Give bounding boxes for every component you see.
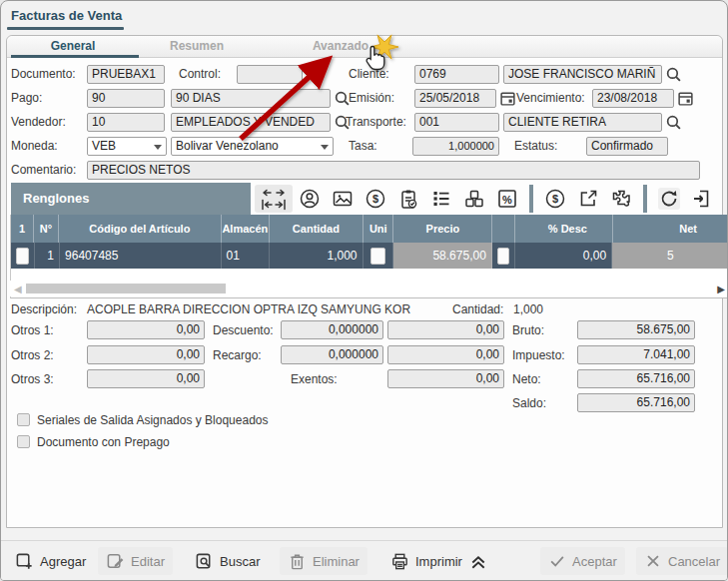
seriales-checkbox[interactable] — [17, 413, 30, 426]
buscar-button[interactable]: Buscar — [187, 547, 268, 575]
agregar-button[interactable]: Agregar — [7, 547, 94, 575]
grid-header-precio[interactable]: Precio — [393, 215, 492, 243]
vendedor-search-icon[interactable] — [334, 114, 351, 131]
row-cell-precio: 58.675,00 — [393, 243, 491, 269]
row-cell-net: 5 — [612, 243, 728, 269]
grid-header-blank[interactable] — [492, 215, 514, 243]
tab-resumen[interactable]: Resumen — [139, 39, 255, 53]
import-icon[interactable] — [691, 188, 713, 210]
grid-header-select[interactable]: 1 — [11, 215, 34, 243]
pago-label: Pago: — [11, 91, 42, 105]
title-underline — [7, 27, 124, 30]
scroll-right-icon[interactable]: ▶ — [713, 284, 728, 294]
recargo-label: Recargo: — [213, 348, 262, 362]
export-icon[interactable] — [724, 188, 728, 210]
comentario-field[interactable]: PRECIOS NETOS — [87, 161, 700, 180]
cliente-name-field[interactable]: JOSE FRANCISCO MARIÑ — [503, 65, 662, 84]
trash-icon — [288, 552, 307, 571]
control-label: Control: — [179, 67, 221, 81]
aceptar-button[interactable]: Aceptar — [540, 547, 625, 575]
pago-search-icon[interactable] — [334, 90, 351, 107]
vencimiento-field[interactable]: 23/08/2018 — [592, 89, 674, 108]
grid-header-codigo[interactable]: Código del Artículo — [59, 215, 222, 243]
cliente-search-icon[interactable] — [665, 66, 682, 83]
impuesto-field[interactable]: 7.041,00 — [577, 345, 695, 364]
refresh-icon[interactable] — [658, 188, 680, 210]
documento-field[interactable]: PRUEBAX1 — [87, 65, 165, 84]
otros3-label: Otros 3: — [11, 372, 54, 386]
exentos-label: Exentos: — [291, 372, 338, 386]
svg-text:%: % — [502, 194, 512, 206]
bruto-label: Bruto: — [512, 323, 544, 337]
grid-header-desc[interactable]: % Desc — [515, 215, 614, 243]
scrollbar-thumb[interactable] — [26, 284, 226, 293]
svg-text:$: $ — [372, 193, 378, 205]
recargo-pct-field[interactable]: 0,000000 — [281, 345, 383, 364]
desc-checkbox[interactable] — [497, 248, 509, 265]
currency2-icon[interactable]: $ — [544, 188, 566, 210]
puzzle-icon[interactable] — [610, 188, 632, 210]
estatus-field[interactable]: Confirmado — [586, 137, 668, 156]
pan-arrows-icon[interactable] — [255, 185, 293, 213]
grid-row-selected[interactable]: 1 96407485 01 1,000 58.675,00 0,00 5 — [11, 243, 728, 269]
tasa-field[interactable]: 1,000000 — [412, 137, 499, 156]
percent-icon[interactable]: % — [496, 188, 518, 210]
editar-button[interactable]: Editar — [98, 547, 173, 575]
emision-calendar-icon[interactable] — [499, 90, 516, 107]
otros2-label: Otros 2: — [11, 348, 54, 362]
external-link-icon[interactable] — [577, 188, 599, 210]
cliente-code-field[interactable]: 0769 — [414, 65, 499, 84]
tab-general[interactable]: General — [7, 39, 139, 53]
vendedor-name-field[interactable]: EMPLEADOS Y VENDED — [171, 113, 331, 132]
recargo-field[interactable]: 0,00 — [387, 345, 504, 364]
image-icon[interactable] — [332, 188, 354, 210]
control-field[interactable] — [237, 65, 303, 84]
moneda-code-select[interactable]: VEB — [87, 137, 167, 156]
emision-field[interactable]: 25/05/2018 — [414, 89, 496, 108]
pago-code-field[interactable]: 90 — [87, 89, 165, 108]
eliminar-label: Eliminar — [313, 554, 360, 569]
exentos-field[interactable]: 0,00 — [387, 369, 504, 388]
dropdown-arrow-icon — [154, 145, 162, 150]
chevrons-up-icon[interactable] — [468, 552, 488, 571]
grid-header-uni[interactable]: Uni — [364, 215, 393, 243]
currency-icon[interactable]: $ — [364, 188, 386, 210]
tab-strip: General Resumen Avanzado — [7, 36, 722, 58]
uni-checkbox[interactable] — [370, 248, 385, 265]
otros3-field[interactable]: 0,00 — [87, 369, 205, 388]
user-icon[interactable] — [299, 188, 321, 210]
transporte-search-icon[interactable] — [665, 114, 682, 131]
cancelar-button[interactable]: Cancelar — [636, 547, 728, 575]
eliminar-button[interactable]: Eliminar — [280, 547, 367, 575]
row-checkbox[interactable] — [16, 248, 29, 265]
descuento-field[interactable]: 0,00 — [387, 320, 504, 339]
page-title: Facturas de Venta — [11, 8, 122, 23]
list-icon[interactable] — [430, 188, 452, 210]
vencimiento-calendar-icon[interactable] — [677, 90, 694, 107]
imprimir-label: Imprimir — [415, 554, 462, 569]
moneda-name-select[interactable]: Bolivar Venezolano — [171, 137, 334, 156]
grid-header-almacen[interactable]: Almacén — [222, 215, 270, 243]
grid-header-cantidad[interactable]: Cantidad — [270, 215, 364, 243]
vendedor-code-field[interactable]: 10 — [87, 113, 165, 132]
neto-field[interactable]: 65.716,00 — [577, 369, 695, 388]
otros1-field[interactable]: 0,00 — [87, 320, 205, 339]
tab-avanzado[interactable]: Avanzado — [255, 39, 426, 53]
saldo-field[interactable]: 65.716,00 — [577, 393, 695, 412]
imprimir-button[interactable]: Imprimir — [382, 547, 496, 575]
clipboard-check-icon[interactable] — [397, 188, 419, 210]
transporte-name-field[interactable]: CLIENTE RETIRA — [503, 113, 662, 132]
bruto-field[interactable]: 58.675,00 — [577, 320, 695, 339]
packages-icon[interactable] — [463, 188, 485, 210]
neto-label: Neto: — [512, 372, 541, 386]
documento-label: Documento: — [11, 67, 76, 81]
grid-header-net[interactable]: Net — [613, 215, 728, 243]
pago-name-field[interactable]: 90 DIAS — [171, 89, 331, 108]
grid-header-numero[interactable]: N° — [34, 215, 59, 243]
scroll-left-icon[interactable]: ◀ — [10, 284, 26, 294]
prepago-checkbox[interactable] — [17, 435, 30, 448]
otros2-field[interactable]: 0,00 — [87, 345, 205, 364]
descuento-pct-field[interactable]: 0,000000 — [281, 320, 383, 339]
emision-label: Emisión: — [349, 91, 394, 105]
transporte-code-field[interactable]: 001 — [414, 113, 499, 132]
